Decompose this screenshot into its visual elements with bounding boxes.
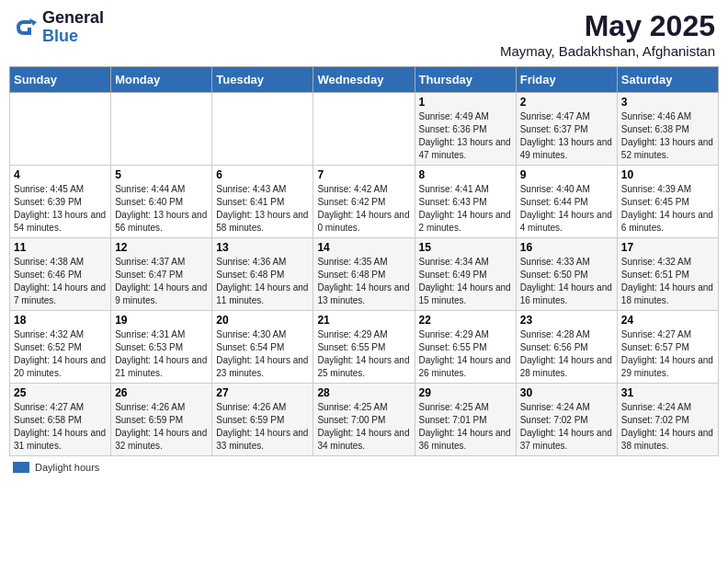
- day-cell-24: 24Sunrise: 4:27 AMSunset: 6:57 PMDayligh…: [617, 311, 718, 384]
- title-block: May 2025 Maymay, Badakhshan, Afghanistan: [500, 9, 715, 59]
- day-cell-2: 2Sunrise: 4:47 AMSunset: 6:37 PMDaylight…: [516, 93, 617, 166]
- daylight-box-icon: [13, 462, 29, 473]
- day-number: 10: [621, 168, 714, 181]
- day-info: Sunrise: 4:40 AMSunset: 6:44 PMDaylight:…: [520, 183, 613, 235]
- day-info: Sunrise: 4:42 AMSunset: 6:42 PMDaylight:…: [317, 183, 410, 235]
- day-cell-23: 23Sunrise: 4:28 AMSunset: 6:56 PMDayligh…: [516, 311, 617, 384]
- day-number: 19: [115, 314, 208, 327]
- day-cell-22: 22Sunrise: 4:29 AMSunset: 6:55 PMDayligh…: [415, 311, 516, 384]
- day-number: 6: [216, 168, 309, 181]
- day-info: Sunrise: 4:29 AMSunset: 6:55 PMDaylight:…: [419, 328, 512, 380]
- day-info: Sunrise: 4:36 AMSunset: 6:48 PMDaylight:…: [216, 256, 309, 307]
- day-info: Sunrise: 4:45 AMSunset: 6:39 PMDaylight:…: [14, 183, 107, 235]
- day-info: Sunrise: 4:26 AMSunset: 6:59 PMDaylight:…: [115, 401, 208, 453]
- day-cell-16: 16Sunrise: 4:33 AMSunset: 6:50 PMDayligh…: [516, 238, 617, 311]
- month-title: May 2025: [500, 9, 715, 43]
- day-info: Sunrise: 4:27 AMSunset: 6:58 PMDaylight:…: [14, 401, 107, 453]
- day-number: 9: [520, 168, 613, 181]
- day-cell-5: 5Sunrise: 4:44 AMSunset: 6:40 PMDaylight…: [111, 166, 212, 238]
- day-info: Sunrise: 4:39 AMSunset: 6:45 PMDaylight:…: [621, 183, 714, 235]
- day-number: 31: [621, 386, 714, 399]
- calendar-table: SundayMondayTuesdayWednesdayThursdayFrid…: [9, 66, 719, 456]
- day-number: 20: [216, 314, 309, 327]
- day-cell-12: 12Sunrise: 4:37 AMSunset: 6:47 PMDayligh…: [111, 238, 212, 311]
- day-number: 23: [520, 314, 613, 327]
- week-row-4: 18Sunrise: 4:32 AMSunset: 6:52 PMDayligh…: [10, 311, 719, 384]
- day-info: Sunrise: 4:33 AMSunset: 6:50 PMDaylight:…: [520, 256, 613, 307]
- day-number: 12: [115, 241, 208, 254]
- day-info: Sunrise: 4:44 AMSunset: 6:40 PMDaylight:…: [115, 183, 208, 235]
- day-info: Sunrise: 4:29 AMSunset: 6:55 PMDaylight:…: [317, 328, 410, 380]
- page-header: General Blue May 2025 Maymay, Badakhshan…: [9, 9, 719, 59]
- logo-blue-text: Blue: [42, 28, 104, 46]
- day-info: Sunrise: 4:31 AMSunset: 6:53 PMDaylight:…: [115, 328, 208, 380]
- day-info: Sunrise: 4:32 AMSunset: 6:51 PMDaylight:…: [621, 256, 714, 307]
- day-cell-28: 28Sunrise: 4:25 AMSunset: 7:00 PMDayligh…: [313, 384, 415, 456]
- day-number: 8: [419, 168, 512, 181]
- day-cell-18: 18Sunrise: 4:32 AMSunset: 6:52 PMDayligh…: [10, 311, 111, 384]
- day-cell-13: 13Sunrise: 4:36 AMSunset: 6:48 PMDayligh…: [212, 238, 313, 311]
- day-info: Sunrise: 4:25 AMSunset: 7:00 PMDaylight:…: [317, 401, 410, 453]
- day-info: Sunrise: 4:24 AMSunset: 7:02 PMDaylight:…: [520, 401, 613, 453]
- weekday-header-thursday: Thursday: [415, 67, 516, 93]
- day-cell-19: 19Sunrise: 4:31 AMSunset: 6:53 PMDayligh…: [111, 311, 212, 384]
- day-number: 28: [317, 386, 410, 399]
- day-cell-7: 7Sunrise: 4:42 AMSunset: 6:42 PMDaylight…: [313, 166, 415, 238]
- weekday-header-tuesday: Tuesday: [212, 67, 313, 93]
- day-number: 26: [115, 386, 208, 399]
- day-info: Sunrise: 4:24 AMSunset: 7:02 PMDaylight:…: [621, 401, 714, 453]
- day-cell-27: 27Sunrise: 4:26 AMSunset: 6:59 PMDayligh…: [212, 384, 313, 456]
- day-info: Sunrise: 4:27 AMSunset: 6:57 PMDaylight:…: [621, 328, 714, 380]
- week-row-1: 1Sunrise: 4:49 AMSunset: 6:36 PMDaylight…: [10, 93, 719, 166]
- day-number: 2: [520, 96, 613, 109]
- day-number: 21: [317, 314, 410, 327]
- day-cell-15: 15Sunrise: 4:34 AMSunset: 6:49 PMDayligh…: [415, 238, 516, 311]
- day-info: Sunrise: 4:26 AMSunset: 6:59 PMDaylight:…: [216, 401, 309, 453]
- day-cell-8: 8Sunrise: 4:41 AMSunset: 6:43 PMDaylight…: [415, 166, 516, 238]
- day-info: Sunrise: 4:30 AMSunset: 6:54 PMDaylight:…: [216, 328, 309, 380]
- day-info: Sunrise: 4:46 AMSunset: 6:38 PMDaylight:…: [621, 110, 714, 162]
- day-cell-25: 25Sunrise: 4:27 AMSunset: 6:58 PMDayligh…: [10, 384, 111, 456]
- day-number: 3: [621, 96, 714, 109]
- day-cell-10: 10Sunrise: 4:39 AMSunset: 6:45 PMDayligh…: [617, 166, 718, 238]
- day-number: 1: [419, 96, 512, 109]
- day-info: Sunrise: 4:25 AMSunset: 7:01 PMDaylight:…: [419, 401, 512, 453]
- week-row-5: 25Sunrise: 4:27 AMSunset: 6:58 PMDayligh…: [10, 384, 719, 456]
- day-info: Sunrise: 4:28 AMSunset: 6:56 PMDaylight:…: [520, 328, 613, 380]
- day-cell-30: 30Sunrise: 4:24 AMSunset: 7:02 PMDayligh…: [516, 384, 617, 456]
- day-info: Sunrise: 4:34 AMSunset: 6:49 PMDaylight:…: [419, 256, 512, 307]
- day-number: 13: [216, 241, 309, 254]
- day-info: Sunrise: 4:41 AMSunset: 6:43 PMDaylight:…: [419, 183, 512, 235]
- day-number: 27: [216, 386, 309, 399]
- day-cell-4: 4Sunrise: 4:45 AMSunset: 6:39 PMDaylight…: [10, 166, 111, 238]
- day-cell-9: 9Sunrise: 4:40 AMSunset: 6:44 PMDaylight…: [516, 166, 617, 238]
- day-number: 14: [317, 241, 410, 254]
- day-info: Sunrise: 4:47 AMSunset: 6:37 PMDaylight:…: [520, 110, 613, 162]
- day-number: 15: [419, 241, 512, 254]
- day-info: Sunrise: 4:32 AMSunset: 6:52 PMDaylight:…: [14, 328, 107, 380]
- weekday-header-sunday: Sunday: [10, 67, 111, 93]
- day-cell-empty-3: [313, 93, 415, 166]
- weekday-header-monday: Monday: [111, 67, 212, 93]
- day-cell-17: 17Sunrise: 4:32 AMSunset: 6:51 PMDayligh…: [617, 238, 718, 311]
- day-number: 18: [14, 314, 107, 327]
- day-cell-empty-0: [10, 93, 111, 166]
- day-cell-3: 3Sunrise: 4:46 AMSunset: 6:38 PMDaylight…: [617, 93, 718, 166]
- day-cell-1: 1Sunrise: 4:49 AMSunset: 6:36 PMDaylight…: [415, 93, 516, 166]
- location-title: Maymay, Badakhshan, Afghanistan: [500, 43, 715, 59]
- day-number: 30: [520, 386, 613, 399]
- day-number: 16: [520, 241, 613, 254]
- day-number: 4: [14, 168, 107, 181]
- weekday-header-friday: Friday: [516, 67, 617, 93]
- day-info: Sunrise: 4:38 AMSunset: 6:46 PMDaylight:…: [14, 256, 107, 307]
- day-cell-6: 6Sunrise: 4:43 AMSunset: 6:41 PMDaylight…: [212, 166, 313, 238]
- day-cell-26: 26Sunrise: 4:26 AMSunset: 6:59 PMDayligh…: [111, 384, 212, 456]
- day-cell-14: 14Sunrise: 4:35 AMSunset: 6:48 PMDayligh…: [313, 238, 415, 311]
- day-number: 25: [14, 386, 107, 399]
- weekday-header-row: SundayMondayTuesdayWednesdayThursdayFrid…: [10, 67, 719, 93]
- logo: General Blue: [13, 9, 104, 46]
- day-cell-empty-1: [111, 93, 212, 166]
- day-number: 11: [14, 241, 107, 254]
- day-cell-11: 11Sunrise: 4:38 AMSunset: 6:46 PMDayligh…: [10, 238, 111, 311]
- week-row-3: 11Sunrise: 4:38 AMSunset: 6:46 PMDayligh…: [10, 238, 719, 311]
